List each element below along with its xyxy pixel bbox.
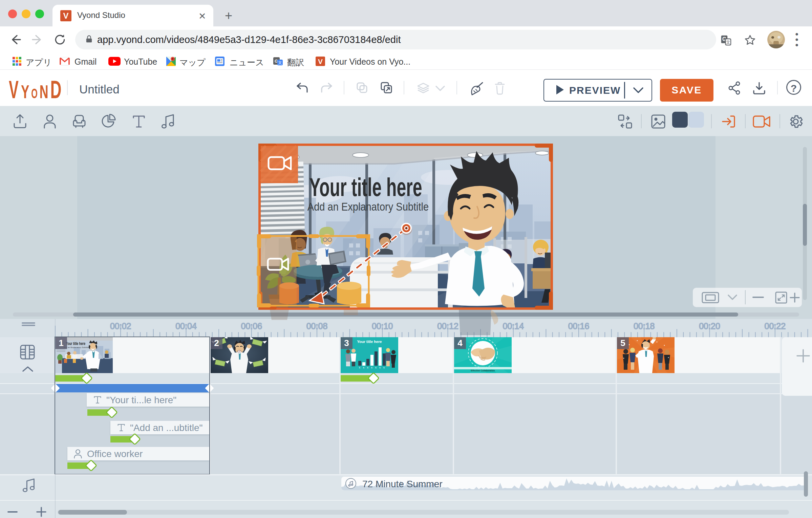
svg-text:00:18: 00:18 [634, 321, 655, 331]
svg-text:Your title here: Your title here [66, 341, 85, 346]
svg-text:00:16: 00:16 [568, 321, 590, 331]
svg-text:00:02: 00:02 [110, 321, 131, 331]
svg-text:Y: Y [21, 81, 29, 100]
svg-text:文: 文 [726, 40, 730, 45]
svg-text:00:20: 00:20 [699, 321, 720, 331]
svg-text:D: D [50, 78, 61, 100]
svg-text:Effective Collaboration: Effective Collaboration [471, 369, 495, 372]
svg-text:文: 文 [278, 60, 282, 65]
svg-text:Add an Explanatory Subtitle: Add an Explanatory Subtitle [307, 200, 429, 213]
svg-text:N: N [40, 81, 48, 100]
svg-text:Your title here: Your title here [309, 173, 422, 202]
svg-text:V: V [9, 78, 19, 100]
svg-text:00:04: 00:04 [175, 321, 197, 331]
svg-text:Add an Explanatory Subtitle: Add an Explanatory Subtitle [64, 346, 89, 348]
svg-text:00:22: 00:22 [765, 321, 786, 331]
svg-text:O: O [31, 86, 38, 100]
